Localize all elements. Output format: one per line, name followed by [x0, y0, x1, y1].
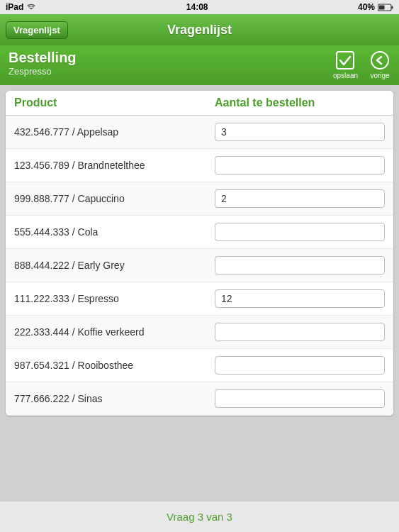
amount-cell — [215, 223, 385, 241]
footer: Vraag 3 van 3 — [0, 501, 399, 532]
amount-input[interactable] — [215, 289, 385, 308]
product-table: Product Aantal te bestellen 432.546.777 … — [6, 91, 393, 416]
header-actions: opslaan vorige — [333, 50, 390, 79]
status-left: iPad — [6, 2, 36, 12]
table-row: 777.666.222 / Sinas — [6, 382, 393, 416]
page-indicator: Vraag 3 van 3 — [167, 511, 232, 523]
prev-action[interactable]: vorige — [369, 50, 390, 79]
table-row: 432.546.777 / Appelsap — [6, 116, 393, 149]
table-row: 888.444.222 / Early Grey — [6, 249, 393, 282]
table-row: 999.888.777 / Capuccino — [6, 182, 393, 216]
header-section: Bestelling Zespresso opslaan vorige — [0, 45, 399, 85]
amount-cell — [215, 156, 385, 174]
table-row: 987.654.321 / Rooibosthee — [6, 349, 393, 382]
table-row: 555.444.333 / Cola — [6, 216, 393, 249]
battery-icon — [378, 4, 393, 11]
amount-input[interactable] — [215, 356, 385, 375]
wifi-icon — [26, 4, 36, 11]
status-bar: iPad 14:08 40% — [0, 0, 399, 14]
svg-rect-3 — [337, 52, 354, 69]
amount-column-header: Aantal te bestellen — [215, 96, 385, 109]
amount-cell — [215, 189, 385, 208]
save-icon — [335, 50, 356, 71]
nav-title: Vragenlijst — [167, 23, 232, 38]
header-left: Bestelling Zespresso — [9, 50, 77, 77]
amount-cell — [215, 289, 385, 308]
product-cell: 777.666.222 / Sinas — [14, 393, 215, 404]
amount-cell — [215, 123, 385, 141]
product-cell: 432.546.777 / Appelsap — [14, 126, 215, 138]
nav-bar: Vragenlijst Vragenlijst — [0, 14, 399, 45]
header-title: Bestelling — [9, 50, 77, 66]
header-subtitle: Zespresso — [9, 66, 77, 77]
save-action[interactable]: opslaan — [333, 50, 358, 79]
amount-input[interactable] — [215, 189, 385, 208]
amount-input[interactable] — [215, 389, 385, 408]
amount-cell — [215, 356, 385, 375]
product-cell: 111.222.333 / Espresso — [14, 293, 215, 304]
device-label: iPad — [6, 2, 23, 12]
product-cell: 987.654.321 / Rooibosthee — [14, 360, 215, 371]
amount-cell — [215, 389, 385, 408]
table-header: Product Aantal te bestellen — [6, 91, 393, 116]
product-cell: 888.444.222 / Early Grey — [14, 260, 215, 271]
table-row: 222.333.444 / Koffie verkeerd — [6, 316, 393, 349]
svg-rect-1 — [391, 6, 393, 9]
prev-icon — [369, 50, 390, 71]
amount-cell — [215, 256, 385, 275]
product-cell: 999.888.777 / Capuccino — [14, 193, 215, 204]
svg-rect-2 — [378, 5, 384, 9]
battery-percent: 40% — [358, 2, 375, 12]
amount-input[interactable] — [215, 223, 385, 241]
table-row: 111.222.333 / Espresso — [6, 282, 393, 316]
svg-point-4 — [371, 52, 388, 69]
product-cell: 222.333.444 / Koffie verkeerd — [14, 326, 215, 338]
save-label: opslaan — [333, 72, 358, 79]
time-display: 14:08 — [186, 2, 208, 12]
amount-input[interactable] — [215, 156, 385, 174]
table-row: 123.456.789 / Brandnetelthee — [6, 149, 393, 182]
amount-input[interactable] — [215, 123, 385, 141]
amount-input[interactable] — [215, 256, 385, 275]
amount-input[interactable] — [215, 323, 385, 341]
table-body: 432.546.777 / Appelsap123.456.789 / Bran… — [6, 116, 393, 416]
prev-label: vorige — [370, 72, 389, 79]
back-button[interactable]: Vragenlijst — [6, 21, 68, 39]
product-column-header: Product — [14, 96, 215, 109]
status-right: 40% — [358, 2, 393, 12]
amount-cell — [215, 323, 385, 341]
product-cell: 123.456.789 / Brandnetelthee — [14, 160, 215, 171]
product-cell: 555.444.333 / Cola — [14, 226, 215, 238]
